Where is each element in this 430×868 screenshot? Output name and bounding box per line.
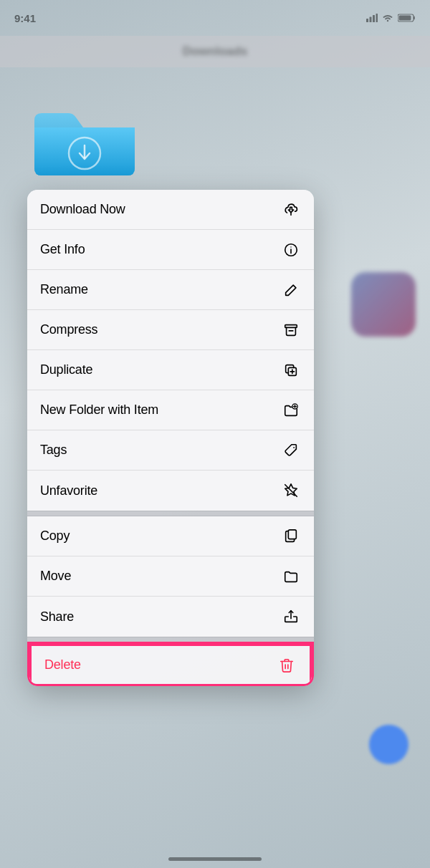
svg-point-11 bbox=[290, 246, 291, 247]
menu-item-rename[interactable]: Rename bbox=[27, 270, 314, 310]
battery-icon bbox=[398, 14, 416, 22]
status-time: 9:41 bbox=[14, 12, 36, 24]
folder-icon-background bbox=[27, 93, 138, 179]
menu-item-duplicate-label: Duplicate bbox=[40, 362, 92, 377]
folder-plus-icon bbox=[281, 402, 301, 418]
menu-group-3-wrapper: Delete bbox=[27, 642, 314, 686]
menu-item-move-label: Move bbox=[40, 569, 71, 584]
menu-separator-1 bbox=[27, 511, 314, 516]
background-app-icon bbox=[351, 272, 416, 337]
menu-item-get-info-label: Get Info bbox=[40, 242, 85, 257]
status-icons bbox=[366, 14, 416, 22]
folder-move-icon bbox=[281, 569, 301, 584]
menu-item-get-info[interactable]: Get Info bbox=[27, 230, 314, 270]
nav-title: Downloads bbox=[183, 44, 248, 59]
tag-icon bbox=[281, 443, 301, 458]
svg-rect-4 bbox=[373, 15, 375, 22]
nav-bar: Downloads bbox=[0, 36, 430, 67]
menu-item-copy[interactable]: Copy bbox=[27, 516, 314, 556]
archive-icon bbox=[281, 322, 301, 338]
pencil-icon bbox=[281, 282, 301, 298]
star-slash-icon bbox=[281, 483, 301, 498]
menu-item-tags-label: Tags bbox=[40, 443, 67, 458]
menu-group-2: Copy Move Share bbox=[27, 516, 314, 637]
menu-item-rename-label: Rename bbox=[40, 282, 88, 297]
svg-rect-5 bbox=[376, 14, 378, 22]
menu-item-copy-label: Copy bbox=[40, 529, 70, 544]
copy-icon bbox=[281, 529, 301, 544]
wifi-icon bbox=[382, 14, 393, 22]
menu-item-new-folder-with-item[interactable]: New Folder with Item bbox=[27, 390, 314, 430]
info-circle-icon bbox=[281, 242, 301, 258]
share-icon bbox=[281, 609, 301, 625]
svg-rect-3 bbox=[370, 17, 372, 23]
home-indicator bbox=[168, 857, 262, 861]
menu-item-unfavorite[interactable]: Unfavorite bbox=[27, 471, 314, 511]
cloud-download-icon bbox=[281, 202, 301, 218]
menu-item-share[interactable]: Share bbox=[27, 597, 314, 637]
menu-item-unfavorite-label: Unfavorite bbox=[40, 483, 97, 498]
menu-item-delete[interactable]: Delete bbox=[29, 644, 312, 684]
menu-group-1: Download Now Get Info Rename Compress Du bbox=[27, 190, 314, 511]
status-bar: 9:41 bbox=[0, 0, 430, 36]
menu-item-share-label: Share bbox=[40, 609, 74, 625]
menu-item-move[interactable]: Move bbox=[27, 556, 314, 597]
svg-rect-2 bbox=[366, 19, 368, 22]
menu-item-download-now-label: Download Now bbox=[40, 202, 125, 217]
svg-point-21 bbox=[293, 446, 295, 448]
menu-item-compress-label: Compress bbox=[40, 322, 97, 337]
svg-rect-23 bbox=[288, 529, 296, 539]
trash-icon bbox=[277, 657, 297, 673]
svg-rect-12 bbox=[285, 324, 297, 327]
folder-svg bbox=[27, 93, 138, 179]
context-menu: Download Now Get Info Rename Compress Du bbox=[27, 190, 314, 686]
menu-item-compress[interactable]: Compress bbox=[27, 310, 314, 350]
menu-item-tags[interactable]: Tags bbox=[27, 430, 314, 471]
menu-item-delete-label: Delete bbox=[44, 657, 81, 672]
menu-item-new-folder-with-item-label: New Folder with Item bbox=[40, 402, 158, 418]
menu-item-download-now[interactable]: Download Now bbox=[27, 190, 314, 230]
menu-item-duplicate[interactable]: Duplicate bbox=[27, 350, 314, 390]
signal-icon bbox=[366, 14, 378, 22]
svg-rect-7 bbox=[399, 16, 411, 21]
duplicate-icon bbox=[281, 362, 301, 378]
background-dot bbox=[369, 725, 408, 764]
